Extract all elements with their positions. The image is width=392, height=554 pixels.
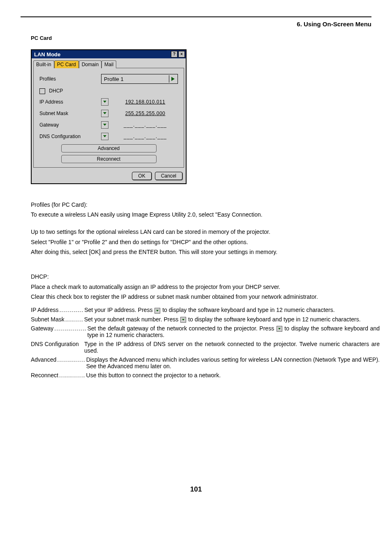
def-gateway-desc: Set the default gateway of the network c… [87,325,380,338]
profiles-value: Profile 1 [104,76,124,82]
cancel-button[interactable]: Cancel [155,172,182,180]
dns-dropdown-icon[interactable] [101,133,108,140]
def-dns-term: DNS Configuration [31,341,82,347]
gateway-value[interactable]: ___.___.___.___ [113,122,178,128]
dns-label: DNS Configuration [39,134,101,139]
def-gateway-term: Gateway [31,325,53,332]
page-number: 101 [4,485,388,494]
ip-dropdown-icon[interactable] [101,98,108,106]
def-ip-term: IP Address [31,307,58,313]
profiles-select[interactable]: Profile 1 [101,74,178,84]
help-icon[interactable]: ? [171,51,178,58]
tab-pc-card[interactable]: PC Card [54,60,79,68]
profiles-label: Profiles [39,76,101,82]
p-profiles-heading: Profiles (for PC Card): [31,201,371,209]
ip-address-label: IP Address [39,99,101,105]
def-subnet-desc: Set your subnet mask number. Press to di… [84,316,380,323]
def-dns-desc: Type in the IP address of DNS server on … [84,341,380,354]
dropdown-icon [154,308,160,314]
def-subnet-term: Subnet Mask [31,316,65,323]
p-store-settings: After doing this, select [OK] and press … [31,248,371,256]
def-reconnect-desc: Use this button to connect the projector… [86,372,380,379]
subnet-dropdown-icon[interactable] [101,110,108,117]
def-reconnect-term: Reconnect [31,372,58,379]
p-dhcp-check: Place a check mark to automatically assi… [31,283,371,291]
subnet-mask-value[interactable]: 255.255.255.000 [113,111,178,116]
subnet-mask-label: Subnet Mask [39,111,101,116]
tab-mail[interactable]: Mail [101,60,116,68]
p-dhcp-clear: Clear this check box to register the IP … [31,293,371,301]
tab-domain[interactable]: Domain [79,60,101,68]
close-icon[interactable]: × [178,51,185,58]
def-advanced-desc: Displays the Advanced menu which include… [86,356,380,369]
dialog-tabs: Built-in PC Card Domain Mail [32,58,186,68]
lan-mode-dialog: LAN Mode ? × Built-in PC Card Domain Mai… [31,49,187,184]
ip-address-value[interactable]: 192.168.010.011 [113,99,178,105]
p-two-settings: Up to two settings for the optional wire… [31,228,371,236]
subheading-pc-card: PC Card [31,35,388,41]
def-ip-desc: Set your IP address. Press to display th… [84,307,380,313]
gateway-label: Gateway [39,122,101,128]
advanced-button[interactable]: Advanced [61,144,157,152]
tab-built-in[interactable]: Built-in [33,60,54,68]
dropdown-icon [277,326,282,332]
reconnect-button[interactable]: Reconnect [61,155,157,163]
def-advanced-term: Advanced [31,356,56,363]
dhcp-label: DHCP [49,88,63,94]
dropdown-icon [180,317,186,323]
field-definitions: IP Address ............ Set your IP addr… [31,307,380,379]
p-easy-connection: To execute a wireless LAN easily using I… [31,210,371,219]
dialog-titlebar: LAN Mode ? × [32,50,186,58]
next-profile-icon[interactable] [169,75,177,83]
dns-value[interactable]: ___.___.___.___ [113,134,178,139]
p-dhcp-heading: DHCP: [31,272,371,281]
ok-button[interactable]: OK [132,172,151,180]
p-select-profile: Select "Profile 1" or "Profile 2" and th… [31,238,371,246]
body-text: Profiles (for PC Card): To execute a wir… [31,201,371,301]
dialog-title: LAN Mode [34,51,60,58]
gateway-dropdown-icon[interactable] [101,121,108,129]
dhcp-option[interactable]: DHCP [39,88,101,94]
dhcp-checkbox[interactable] [39,88,45,94]
section-title: 6. Using On-Screen Menu [4,21,371,28]
